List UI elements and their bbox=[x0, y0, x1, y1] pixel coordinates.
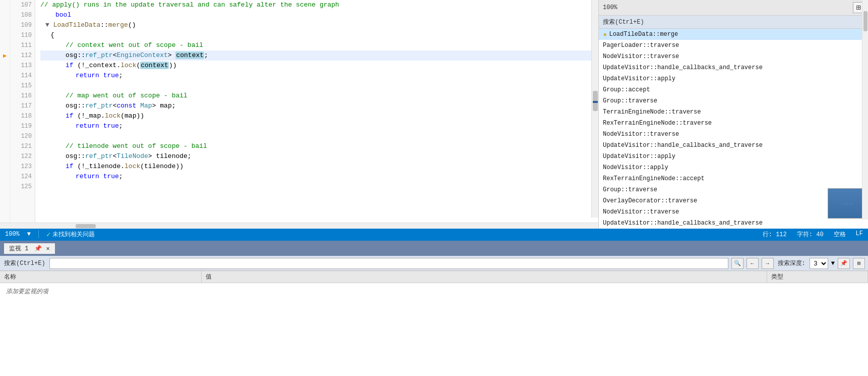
col-label: 字符: bbox=[797, 231, 813, 238]
watch-search-input[interactable] bbox=[49, 258, 728, 269]
code-lines[interactable]: // apply() runs in the update traversal … bbox=[35, 0, 598, 223]
gutter-124 bbox=[0, 172, 10, 182]
zoom-dropdown-icon[interactable]: ▼ bbox=[27, 231, 31, 238]
line-num-120: 120 bbox=[10, 131, 32, 141]
line-num-110: 110 bbox=[10, 30, 32, 40]
col-value: 40 bbox=[816, 231, 823, 238]
call-item-11[interactable]: UpdateVisitor::apply bbox=[599, 151, 868, 162]
call-item-5[interactable]: Group::accept bbox=[599, 84, 868, 95]
call-item-13[interactable]: RexTerrainEngineNode::accept bbox=[599, 173, 868, 184]
line-num-115: 115 bbox=[10, 81, 32, 91]
call-item-14-label: Group::traverse bbox=[603, 186, 657, 193]
call-item-8[interactable]: RexTerrainEngineNode::traverse bbox=[599, 118, 868, 129]
line-numbers: 107 108 109 110 111 112 113 114 115 116 … bbox=[10, 0, 35, 223]
call-item-1[interactable]: PagerLoader::traverse bbox=[599, 40, 868, 51]
current-line-arrow: ▶ bbox=[3, 52, 7, 60]
callstack-search-label: 搜索(Ctrl+E) bbox=[599, 16, 868, 29]
call-item-9[interactable]: NodeVisitor::traverse bbox=[599, 129, 868, 140]
code-line-108: bool bbox=[40, 10, 598, 20]
call-item-0-label: LoadTileData::merge bbox=[609, 29, 678, 40]
code-line-115 bbox=[40, 81, 598, 91]
code-line-111: // context went out of scope - bail bbox=[40, 40, 598, 50]
call-item-10[interactable]: UpdateVisitor::handle_callbacks_and_trav… bbox=[599, 140, 868, 151]
right-panel-scrollbar[interactable] bbox=[862, 0, 868, 220]
gutter-120 bbox=[0, 131, 10, 141]
code-line-117: osg::ref_ptr<const Map> map; bbox=[40, 101, 598, 111]
call-item-5-label: Group::accept bbox=[603, 86, 650, 93]
code-line-107: // apply() runs in the update traversal … bbox=[40, 0, 598, 10]
call-item-12-label: NodeVisitor::apply bbox=[603, 164, 668, 171]
call-item-17[interactable]: UpdateVisitor::handle_callbacks_and_trav… bbox=[599, 218, 868, 229]
zoom-level: 100% bbox=[603, 4, 617, 11]
editor-vertical-scrollbar[interactable] bbox=[591, 0, 598, 218]
line-num-124: 124 bbox=[10, 172, 32, 182]
line-num-121: 121 bbox=[10, 141, 32, 151]
gutter-122 bbox=[0, 151, 10, 162]
line-num-116: 116 bbox=[10, 91, 32, 101]
watch-empty-message[interactable]: 添加要监视的项 bbox=[0, 283, 868, 300]
call-item-7[interactable]: TerrainEngineNode::traverse bbox=[599, 106, 868, 118]
call-item-15-label: OverlayDecorator::traverse bbox=[603, 197, 697, 204]
gutter-121 bbox=[0, 141, 10, 151]
watch-depth-select[interactable]: 3 1 2 4 5 bbox=[810, 258, 828, 269]
next-icon: → bbox=[766, 260, 769, 266]
status-ok-indicator: ✓ 未找到相关问题 bbox=[46, 230, 95, 239]
watch-toolbar: 搜索(Ctrl+E) 🔍 ← → 搜索深度: 3 1 2 4 5 bbox=[0, 256, 868, 271]
watch-tab-1[interactable]: 监视 1 📌 ✕ bbox=[4, 243, 55, 254]
call-item-12[interactable]: NodeVisitor::apply bbox=[599, 162, 868, 173]
row-label: 行: bbox=[763, 231, 772, 238]
call-item-2[interactable]: NodeVisitor::traverse bbox=[599, 51, 868, 62]
line-num-122: 122 bbox=[10, 151, 32, 162]
line-num-114: 114 bbox=[10, 71, 32, 81]
watch-search-label: 搜索(Ctrl+E) bbox=[3, 259, 46, 267]
fit-btn-icon: ⊞ bbox=[857, 260, 861, 266]
watch-panel-header: 监视 1 📌 ✕ bbox=[0, 241, 868, 256]
watch-fit-btn[interactable]: ⊞ bbox=[853, 258, 865, 269]
line-num-113: 113 bbox=[10, 61, 32, 71]
call-item-3[interactable]: UpdateVisitor::handle_callbacks_and_trav… bbox=[599, 62, 868, 73]
watch-search-btn[interactable]: 🔍 bbox=[731, 258, 743, 269]
call-stack-list[interactable]: ★ LoadTileData::merge PagerLoader::trave… bbox=[599, 29, 868, 229]
code-line-122: osg::ref_ptr<TileNode> tilenode; bbox=[40, 151, 598, 162]
call-item-4-label: UpdateVisitor::apply bbox=[603, 75, 675, 82]
line-num-118: 118 bbox=[10, 111, 32, 121]
gutter-117 bbox=[0, 101, 10, 111]
gutter-109 bbox=[0, 20, 10, 30]
horiz-scrollbar-thumb[interactable] bbox=[76, 224, 96, 228]
call-item-4[interactable]: UpdateVisitor::apply bbox=[599, 73, 868, 84]
depth-dropdown-arrow[interactable]: ▼ bbox=[831, 260, 835, 267]
zoom-status: 100% bbox=[5, 231, 20, 238]
watch-panel: 监视 1 📌 ✕ 搜索(Ctrl+E) 🔍 ← → 搜索深度: bbox=[0, 240, 868, 376]
code-editor: ▶ 107 bbox=[0, 0, 598, 229]
current-frame-icon: ★ bbox=[603, 29, 607, 40]
code-line-119: return true; bbox=[40, 121, 598, 131]
empty-text: 添加要监视的项 bbox=[6, 288, 48, 295]
row-value: 112 bbox=[776, 231, 787, 238]
close-watch-tab[interactable]: ✕ bbox=[46, 245, 49, 252]
line-num-119: 119 bbox=[10, 121, 32, 131]
gutter-107 bbox=[0, 0, 10, 10]
watch-pin-btn[interactable]: 📌 bbox=[838, 258, 850, 269]
watch-header-type: 类型 bbox=[767, 271, 868, 283]
editor-horiz-scrollbar[interactable] bbox=[0, 223, 598, 229]
code-line-112: osg::ref_ptr<EngineContext> context; bbox=[40, 50, 598, 61]
left-gutter: ▶ bbox=[0, 0, 10, 223]
call-item-11-label: UpdateVisitor::apply bbox=[603, 153, 675, 160]
call-item-0[interactable]: ★ LoadTileData::merge bbox=[599, 29, 868, 40]
code-line-118: if (!_map.lock(map)) bbox=[40, 111, 598, 121]
separator-1 bbox=[38, 230, 39, 238]
call-item-6[interactable]: Group::traverse bbox=[599, 95, 868, 106]
call-item-9-label: NodeVisitor::traverse bbox=[603, 131, 679, 138]
right-scrollbar-thumb[interactable] bbox=[863, 11, 867, 31]
call-item-13-label: RexTerrainEngineNode::accept bbox=[603, 175, 705, 182]
gutter-125 bbox=[0, 182, 10, 192]
thumb-text: ::::: bbox=[842, 201, 854, 206]
pin-btn-icon: 📌 bbox=[840, 260, 847, 266]
col-type-text: 类型 bbox=[771, 273, 783, 281]
watch-next-btn[interactable]: → bbox=[762, 258, 774, 269]
watch-prev-btn[interactable]: ← bbox=[747, 258, 759, 269]
pin-icon[interactable]: 📌 bbox=[34, 245, 42, 252]
call-item-7-label: TerrainEngineNode::traverse bbox=[603, 109, 701, 116]
line-num-123: 123 bbox=[10, 162, 32, 172]
gutter-113 bbox=[0, 61, 10, 71]
